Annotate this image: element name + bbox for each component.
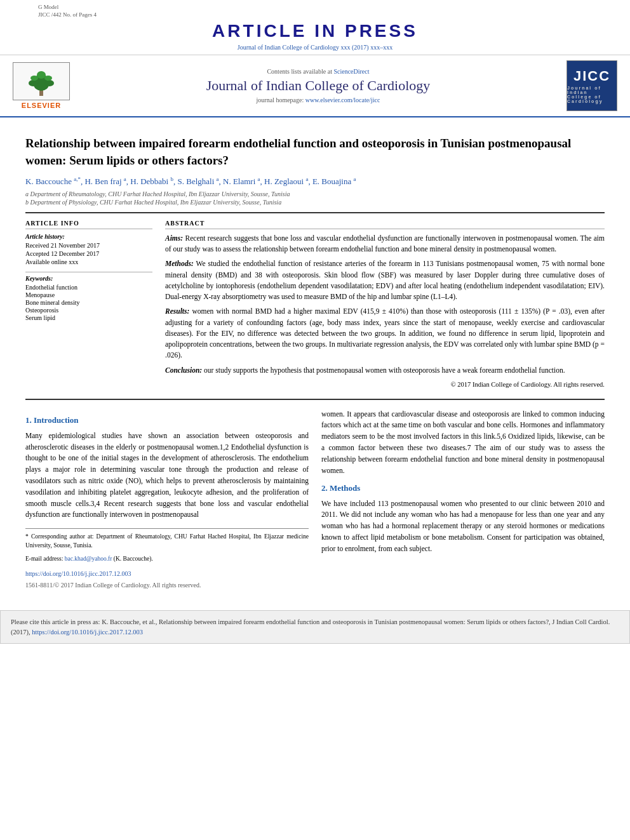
conclusion-label: Conclusion: (165, 366, 202, 374)
citation-box: Please cite this article in press as: K.… (0, 610, 630, 644)
main-left-column: 1. Introduction Many epidemiological stu… (25, 409, 309, 591)
elsevier-tree-svg (19, 65, 64, 97)
journal-homepage-line: journal homepage: www.elsevier.com/locat… (83, 97, 554, 103)
g-model-info: G Model JICC /442 No. of Pages 4 (0, 4, 630, 18)
methods-label: Methods: (165, 260, 194, 267)
abstract-results: Results: women with normal BMD had a hig… (165, 306, 605, 361)
affiliations: a Department of Rheumatology, CHU Farhat… (25, 190, 605, 206)
elsevier-tree-logo (13, 62, 70, 100)
journal-homepage-link[interactable]: www.elsevier.com/locate/jicc (305, 97, 380, 103)
article-body: Relationship between impaired forearm en… (0, 117, 630, 603)
elsevier-brand-text: ELSEVIER (22, 102, 61, 109)
abstract-methods: Methods: We studied the endothelial func… (165, 258, 605, 302)
svg-point-6 (30, 76, 38, 81)
main-text-area: 1. Introduction Many epidemiological stu… (25, 409, 605, 591)
article-in-press-banner: G Model JICC /442 No. of Pages 4 ARTICLE… (0, 0, 630, 55)
abstract-divider (25, 399, 605, 400)
intro-para-1: Many epidemiological studies have shown … (25, 430, 309, 521)
article-title: Relationship between impaired forearm en… (25, 135, 605, 169)
info-abstract-section: ARTICLE INFO Article history: Received 2… (25, 220, 605, 390)
citation-doi-link[interactable]: https://doi.org/10.1016/j.jicc.2017.12.0… (32, 629, 143, 636)
intro-section-title: 1. Introduction (25, 414, 309, 427)
received-date: Received 21 November 2017 (25, 242, 152, 249)
footnote-email: E-mail address: bac.khad@yahoo.fr (K. Ba… (25, 555, 309, 563)
journal-header: ELSEVIER Contents lists available at Sci… (0, 55, 630, 117)
abstract-copyright: © 2017 Indian College of Cardiology. All… (165, 380, 605, 390)
keyword-4: Osteoporosis (25, 307, 152, 314)
svg-point-5 (45, 80, 54, 86)
affiliation-b: b Department of Physiology, CHU Farhat H… (25, 199, 605, 206)
footnote-email-link[interactable]: bac.khad@yahoo.fr (65, 556, 112, 562)
aims-label: Aims: (165, 234, 183, 242)
footnote-section: * Corresponding author at: Department of… (25, 528, 309, 563)
abstract-content: Aims: Recent research suggests that bone… (165, 233, 605, 390)
keyword-3: Bone mineral density (25, 299, 152, 306)
intro-para-2: women. It appears that cardiovascular di… (321, 409, 605, 477)
article-in-press-title: ARTICLE IN PRESS (0, 18, 630, 44)
available-online: Available online xxx (25, 258, 152, 265)
article-history-label: Article history: (25, 233, 152, 240)
methods-text: We studied the endothelial function of r… (165, 260, 605, 300)
doi-section: https://doi.org/10.1016/j.jicc.2017.12.0… (25, 568, 309, 591)
footnote-star: * Corresponding author at: Department of… (25, 533, 309, 550)
methods-para-1: We have included 113 postmenopausal wome… (321, 498, 605, 555)
affiliation-a: a Department of Rheumatology, CHU Farhat… (25, 190, 605, 197)
aims-text: Recent research suggests that bone loss … (165, 234, 605, 253)
main-right-column: women. It appears that cardiovascular di… (321, 409, 605, 591)
article-info-heading: ARTICLE INFO (25, 220, 152, 229)
abstract-conclusion: Conclusion: our study supports the hypot… (165, 365, 605, 376)
keyword-5: Serum lipid (25, 314, 152, 321)
article-info-column: ARTICLE INFO Article history: Received 2… (25, 220, 152, 390)
jicc-abbr: JICC (573, 68, 610, 84)
svg-point-7 (44, 76, 52, 81)
results-text: women with normal BMD had a higher maxim… (165, 307, 605, 359)
keywords-divider (25, 272, 152, 272)
keywords-section: Keywords: Endothelial function Menopause… (25, 272, 152, 321)
journal-center-info: Contents lists available at ScienceDirec… (70, 68, 566, 103)
accepted-date: Accepted 12 December 2017 (25, 250, 152, 257)
journal-ref: Journal of Indian College of Cardiology … (0, 44, 630, 53)
svg-point-4 (29, 80, 37, 86)
svg-point-3 (37, 71, 46, 79)
methods-section-title: 2. Methods (321, 482, 605, 495)
abstract-column: ABSTRACT Aims: Recent research suggests … (165, 220, 605, 390)
contents-available-line: Contents lists available at ScienceDirec… (83, 68, 554, 75)
jicc-logo-subtitle: Journal of IndianCollege of Cardiology (567, 86, 617, 103)
abstract-aims: Aims: Recent research suggests that bone… (165, 233, 605, 255)
doi-link[interactable]: https://doi.org/10.1016/j.jicc.2017.12.0… (25, 570, 131, 577)
keyword-1: Endothelial function (25, 284, 152, 291)
conclusion-text: our study supports the hypothesis that p… (204, 366, 565, 374)
sciencedirect-link[interactable]: ScienceDirect (333, 68, 369, 75)
keywords-label: Keywords: (25, 275, 152, 282)
keyword-2: Menopause (25, 291, 152, 298)
results-label: Results: (165, 307, 189, 315)
issn-copyright: 1561-8811/© 2017 Indian College of Cardi… (25, 582, 201, 589)
journal-full-title: Journal of Indian College of Cardiology (83, 77, 554, 94)
elsevier-logo: ELSEVIER (13, 62, 70, 109)
authors-line: K. Baccouche a,*, H. Ben fraj a, H. Debb… (25, 176, 605, 187)
header-divider (25, 212, 605, 213)
abstract-heading: ABSTRACT (165, 220, 605, 229)
jicc-logo: JICC Journal of IndianCollege of Cardiol… (566, 60, 617, 111)
